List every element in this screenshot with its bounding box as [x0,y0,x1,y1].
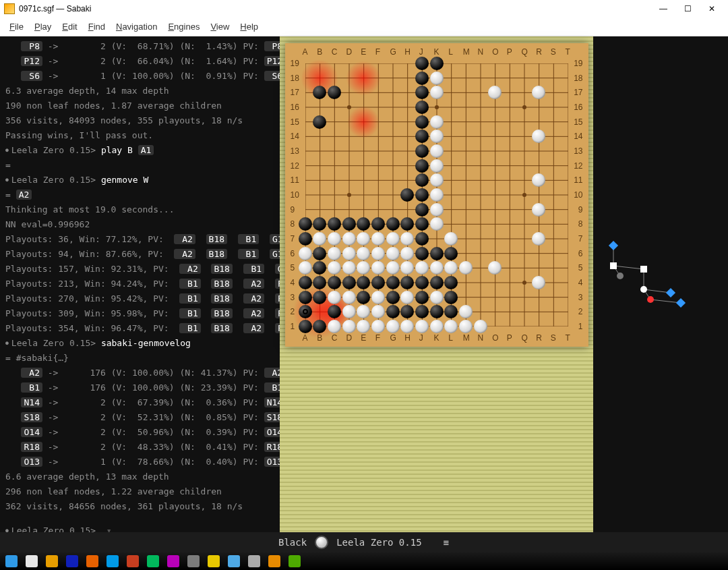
white-stone[interactable] [342,305,356,318]
menu-engines[interactable]: Engines [162,20,205,33]
taskbar-icon[interactable] [107,555,119,567]
menu-file[interactable]: File [4,20,29,33]
white-stone[interactable] [444,261,458,275]
white-stone[interactable] [357,247,370,260]
white-stone[interactable] [430,320,444,333]
white-stone[interactable] [532,86,545,99]
menu-view[interactable]: View [205,20,235,33]
black-stone[interactable] [313,320,326,333]
white-stone[interactable] [386,320,400,333]
black-stone[interactable] [386,305,400,318]
taskbar-icon[interactable] [248,555,260,567]
white-stone[interactable] [430,144,444,158]
taskbar[interactable] [0,552,728,570]
white-stone[interactable] [342,232,356,246]
white-stone[interactable] [342,320,356,333]
black-stone[interactable] [371,276,385,289]
white-stone[interactable] [532,276,545,289]
black-stone[interactable] [415,115,429,129]
taskbar-icon[interactable] [147,555,159,567]
taskbar-icon[interactable] [86,555,98,567]
taskbar-icon[interactable] [167,555,179,567]
black-stone[interactable] [415,276,429,289]
black-stone[interactable] [313,276,326,289]
white-stone[interactable] [532,173,545,187]
game-tree-graph[interactable] [607,239,715,347]
white-stone[interactable] [386,232,400,246]
white-stone[interactable] [357,261,370,275]
white-stone[interactable] [430,130,444,143]
black-stone[interactable] [328,86,341,99]
black-stone[interactable] [386,291,400,304]
white-stone[interactable] [328,232,341,246]
taskbar-icon[interactable] [46,555,58,567]
black-stone[interactable] [415,203,429,217]
white-stone[interactable] [459,305,473,318]
white-stone[interactable] [342,261,356,275]
white-stone[interactable] [400,247,414,260]
white-stone[interactable] [357,232,370,246]
white-stone[interactable] [371,232,385,246]
white-stone[interactable] [313,232,326,246]
black-stone[interactable] [415,247,429,260]
menu-help[interactable]: Help [235,20,264,33]
white-stone[interactable] [444,320,458,333]
white-stone[interactable] [474,320,487,333]
white-stone[interactable] [342,247,356,260]
white-stone[interactable] [430,203,444,217]
black-stone[interactable] [342,276,356,289]
black-stone[interactable] [400,276,414,289]
black-stone[interactable] [415,144,429,158]
white-stone[interactable] [386,261,400,275]
white-stone[interactable] [371,247,385,260]
black-stone[interactable] [313,115,326,129]
white-stone[interactable] [444,232,458,246]
black-stone[interactable] [299,276,312,289]
black-stone[interactable] [328,217,341,231]
black-stone[interactable] [444,276,458,289]
taskbar-icon[interactable] [228,555,240,567]
black-stone[interactable] [430,247,444,260]
black-stone[interactable] [371,217,385,231]
black-stone[interactable] [400,188,414,202]
black-stone[interactable] [415,291,429,304]
black-stone[interactable] [415,217,429,231]
white-stone[interactable] [371,305,385,318]
white-stone[interactable] [400,291,414,304]
black-stone[interactable] [328,276,341,289]
white-stone[interactable] [430,188,444,202]
white-stone[interactable] [430,261,444,275]
black-stone[interactable] [415,305,429,318]
black-stone[interactable] [430,276,444,289]
black-stone[interactable] [415,101,429,114]
maximize-button[interactable]: ☐ [675,1,700,16]
game-tree-panel[interactable]: 4 [593,36,728,550]
minimize-button[interactable]: — [651,1,675,16]
white-stone[interactable] [430,86,444,99]
menu-edit[interactable]: Edit [57,20,82,33]
black-stone[interactable] [299,217,312,231]
black-stone[interactable] [415,72,429,85]
white-stone[interactable] [357,320,370,333]
black-stone[interactable] [357,291,370,304]
white-stone[interactable] [415,261,429,275]
taskbar-icon[interactable] [187,555,200,567]
white-stone[interactable] [371,320,385,333]
black-stone[interactable] [400,217,414,231]
white-stone[interactable] [386,247,400,260]
black-stone[interactable] [415,57,429,70]
black-stone[interactable] [415,86,429,99]
white-stone[interactable] [400,261,414,275]
white-stone[interactable] [400,232,414,246]
white-stone[interactable] [328,320,341,333]
black-stone[interactable] [299,232,312,246]
taskbar-icon[interactable] [5,555,18,567]
white-stone[interactable] [328,291,341,304]
go-board[interactable]: AABBCCDDEEFFGGHHJJKKLLMMNNOOPPQQRRSSTT11… [285,43,588,347]
taskbar-icon[interactable] [268,555,280,567]
black-stone[interactable] [313,291,326,304]
black-stone[interactable] [415,173,429,187]
black-stone[interactable] [342,217,356,231]
white-stone[interactable] [430,115,444,129]
white-stone[interactable] [357,305,370,318]
